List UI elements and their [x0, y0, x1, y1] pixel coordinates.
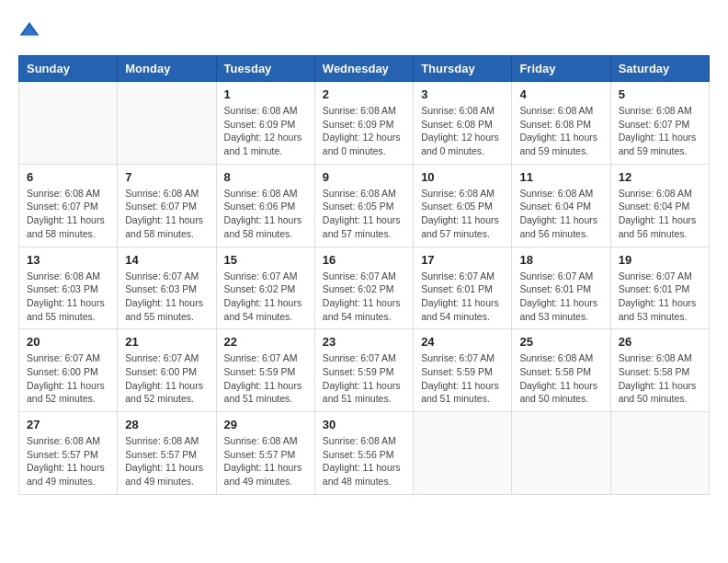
weekday-header-friday: Friday [512, 56, 610, 82]
calendar-cell: 2Sunrise: 6:08 AM Sunset: 6:09 PM Daylig… [314, 82, 413, 165]
day-info: Sunrise: 6:08 AM Sunset: 5:56 PM Dayligh… [323, 434, 405, 488]
day-info: Sunrise: 6:07 AM Sunset: 6:00 PM Dayligh… [125, 351, 208, 406]
day-info: Sunrise: 6:07 AM Sunset: 5:59 PM Dayligh… [224, 351, 307, 406]
day-info: Sunrise: 6:08 AM Sunset: 6:09 PM Dayligh… [224, 104, 307, 158]
calendar-cell [19, 82, 118, 165]
day-info: Sunrise: 6:08 AM Sunset: 6:05 PM Dayligh… [323, 187, 405, 241]
week-row-2: 6Sunrise: 6:08 AM Sunset: 6:07 PM Daylig… [19, 164, 710, 247]
day-number: 14 [125, 253, 208, 267]
weekday-header-row: SundayMondayTuesdayWednesdayThursdayFrid… [19, 56, 710, 82]
day-info: Sunrise: 6:08 AM Sunset: 6:07 PM Dayligh… [619, 104, 701, 158]
week-row-4: 20Sunrise: 6:07 AM Sunset: 6:00 PM Dayli… [19, 329, 710, 412]
day-info: Sunrise: 6:08 AM Sunset: 6:04 PM Dayligh… [519, 187, 602, 241]
day-info: Sunrise: 6:07 AM Sunset: 6:02 PM Dayligh… [323, 270, 405, 324]
day-info: Sunrise: 6:07 AM Sunset: 6:01 PM Dayligh… [619, 270, 701, 324]
logo [18, 18, 44, 40]
day-number: 22 [224, 335, 307, 349]
calendar-cell: 14Sunrise: 6:07 AM Sunset: 6:03 PM Dayli… [118, 247, 216, 329]
weekday-header-thursday: Thursday [414, 56, 512, 82]
week-row-1: 1Sunrise: 6:08 AM Sunset: 6:09 PM Daylig… [19, 82, 710, 165]
calendar-cell [512, 412, 610, 495]
day-info: Sunrise: 6:08 AM Sunset: 6:05 PM Dayligh… [421, 187, 504, 241]
logo-icon [18, 18, 40, 40]
day-info: Sunrise: 6:08 AM Sunset: 6:07 PM Dayligh… [27, 187, 109, 241]
calendar-cell: 20Sunrise: 6:07 AM Sunset: 6:00 PM Dayli… [19, 329, 118, 412]
calendar-cell: 15Sunrise: 6:07 AM Sunset: 6:02 PM Dayli… [216, 247, 314, 329]
day-number: 11 [519, 170, 602, 184]
calendar-cell [414, 412, 512, 495]
calendar-cell: 27Sunrise: 6:08 AM Sunset: 5:57 PM Dayli… [19, 412, 118, 495]
day-number: 27 [27, 418, 109, 431]
calendar-cell: 24Sunrise: 6:07 AM Sunset: 5:59 PM Dayli… [414, 329, 512, 412]
day-number: 26 [619, 335, 701, 349]
calendar-cell: 7Sunrise: 6:08 AM Sunset: 6:07 PM Daylig… [118, 164, 216, 247]
calendar-cell: 16Sunrise: 6:07 AM Sunset: 6:02 PM Dayli… [314, 247, 413, 329]
calendar-cell: 1Sunrise: 6:08 AM Sunset: 6:09 PM Daylig… [216, 82, 314, 165]
day-number: 6 [27, 170, 109, 184]
day-number: 5 [619, 87, 701, 101]
calendar-cell: 11Sunrise: 6:08 AM Sunset: 6:04 PM Dayli… [512, 164, 610, 247]
day-number: 19 [619, 253, 701, 267]
calendar-cell: 30Sunrise: 6:08 AM Sunset: 5:56 PM Dayli… [314, 412, 413, 495]
day-number: 17 [421, 253, 504, 267]
day-info: Sunrise: 6:08 AM Sunset: 6:07 PM Dayligh… [125, 187, 208, 241]
day-number: 24 [421, 335, 504, 349]
calendar-cell: 23Sunrise: 6:07 AM Sunset: 5:59 PM Dayli… [314, 329, 413, 412]
day-number: 28 [125, 418, 208, 431]
weekday-header-monday: Monday [118, 56, 216, 82]
day-number: 7 [125, 170, 208, 184]
day-number: 1 [224, 87, 307, 101]
day-info: Sunrise: 6:08 AM Sunset: 5:58 PM Dayligh… [519, 351, 602, 406]
weekday-header-tuesday: Tuesday [216, 56, 314, 82]
day-info: Sunrise: 6:08 AM Sunset: 6:06 PM Dayligh… [224, 187, 307, 241]
day-info: Sunrise: 6:08 AM Sunset: 5:58 PM Dayligh… [619, 351, 701, 406]
calendar-cell: 5Sunrise: 6:08 AM Sunset: 6:07 PM Daylig… [610, 82, 709, 165]
calendar-cell: 8Sunrise: 6:08 AM Sunset: 6:06 PM Daylig… [216, 164, 314, 247]
calendar-cell: 29Sunrise: 6:08 AM Sunset: 5:57 PM Dayli… [216, 412, 314, 495]
day-info: Sunrise: 6:07 AM Sunset: 6:02 PM Dayligh… [224, 270, 307, 324]
day-info: Sunrise: 6:07 AM Sunset: 6:00 PM Dayligh… [27, 351, 109, 406]
day-number: 13 [27, 253, 109, 267]
calendar-cell: 9Sunrise: 6:08 AM Sunset: 6:05 PM Daylig… [314, 164, 413, 247]
day-number: 21 [125, 335, 208, 349]
day-info: Sunrise: 6:08 AM Sunset: 5:57 PM Dayligh… [224, 434, 307, 488]
week-row-3: 13Sunrise: 6:08 AM Sunset: 6:03 PM Dayli… [19, 247, 710, 329]
day-info: Sunrise: 6:07 AM Sunset: 5:59 PM Dayligh… [323, 351, 405, 406]
calendar-cell: 22Sunrise: 6:07 AM Sunset: 5:59 PM Dayli… [216, 329, 314, 412]
day-info: Sunrise: 6:07 AM Sunset: 6:01 PM Dayligh… [421, 270, 504, 324]
weekday-header-sunday: Sunday [19, 56, 118, 82]
week-row-5: 27Sunrise: 6:08 AM Sunset: 5:57 PM Dayli… [19, 412, 710, 495]
day-number: 2 [323, 87, 405, 101]
day-info: Sunrise: 6:08 AM Sunset: 5:57 PM Dayligh… [27, 434, 109, 488]
day-info: Sunrise: 6:08 AM Sunset: 6:04 PM Dayligh… [619, 187, 701, 241]
weekday-header-wednesday: Wednesday [314, 56, 413, 82]
calendar-cell: 6Sunrise: 6:08 AM Sunset: 6:07 PM Daylig… [19, 164, 118, 247]
day-number: 9 [323, 170, 405, 184]
weekday-header-saturday: Saturday [610, 56, 709, 82]
day-info: Sunrise: 6:07 AM Sunset: 6:01 PM Dayligh… [519, 270, 602, 324]
calendar-table: SundayMondayTuesdayWednesdayThursdayFrid… [18, 55, 710, 495]
day-info: Sunrise: 6:08 AM Sunset: 6:08 PM Dayligh… [519, 104, 602, 158]
day-info: Sunrise: 6:07 AM Sunset: 6:03 PM Dayligh… [125, 270, 208, 324]
day-info: Sunrise: 6:08 AM Sunset: 6:03 PM Dayligh… [27, 270, 109, 324]
calendar-cell: 12Sunrise: 6:08 AM Sunset: 6:04 PM Dayli… [610, 164, 709, 247]
calendar-cell: 25Sunrise: 6:08 AM Sunset: 5:58 PM Dayli… [512, 329, 610, 412]
day-number: 8 [224, 170, 307, 184]
calendar-cell: 17Sunrise: 6:07 AM Sunset: 6:01 PM Dayli… [414, 247, 512, 329]
day-number: 18 [519, 253, 602, 267]
day-info: Sunrise: 6:08 AM Sunset: 5:57 PM Dayligh… [125, 434, 208, 488]
calendar-cell [118, 82, 216, 165]
calendar-cell: 18Sunrise: 6:07 AM Sunset: 6:01 PM Dayli… [512, 247, 610, 329]
day-number: 20 [27, 335, 109, 349]
day-number: 29 [224, 418, 307, 431]
day-number: 12 [619, 170, 701, 184]
day-info: Sunrise: 6:08 AM Sunset: 6:09 PM Dayligh… [323, 104, 405, 158]
day-info: Sunrise: 6:07 AM Sunset: 5:59 PM Dayligh… [421, 351, 504, 406]
calendar-cell: 26Sunrise: 6:08 AM Sunset: 5:58 PM Dayli… [610, 329, 709, 412]
day-number: 4 [519, 87, 602, 101]
calendar-cell [610, 412, 709, 495]
day-number: 16 [323, 253, 405, 267]
day-number: 30 [323, 418, 405, 431]
calendar-cell: 13Sunrise: 6:08 AM Sunset: 6:03 PM Dayli… [19, 247, 118, 329]
day-number: 15 [224, 253, 307, 267]
